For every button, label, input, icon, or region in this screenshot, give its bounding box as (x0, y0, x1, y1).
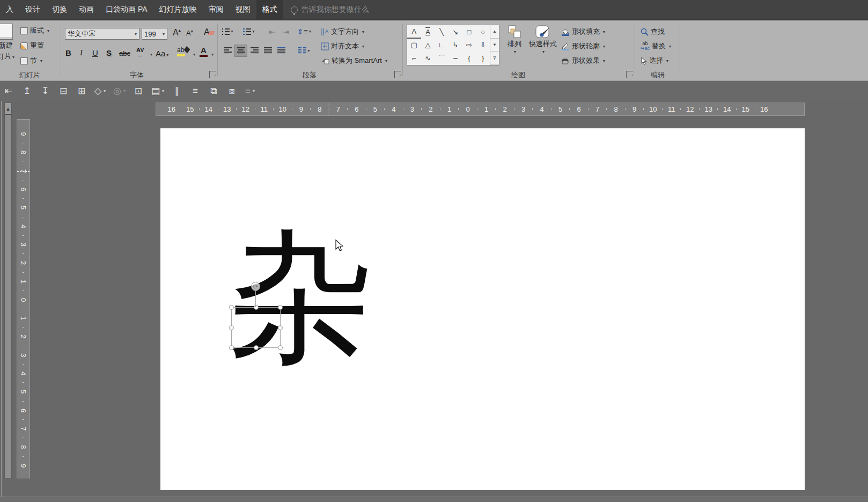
shape-combine-icon[interactable]: ◇▾ (94, 85, 106, 97)
align-text-button[interactable]: 对齐文本▾ (321, 41, 364, 51)
font-color-caret[interactable]: ▾ (211, 52, 214, 57)
wordart-character[interactable]: 杂 (225, 222, 375, 373)
shape-rectangle[interactable]: □ (462, 25, 476, 39)
insert-text-box-icon[interactable]: ▤▾ (151, 85, 164, 97)
tab-格式[interactable]: 格式 (256, 0, 283, 19)
character-spacing-caret[interactable]: ▾ (150, 52, 152, 57)
shape-right-arrow[interactable]: ⇨ (462, 39, 476, 52)
shape-text-box[interactable]: A (407, 25, 421, 39)
selection-handle-bottom-center[interactable] (254, 345, 259, 350)
more-commands-icon[interactable]: =▾ (245, 86, 255, 97)
replace-button[interactable]: ab↪ac替换▾ (641, 41, 671, 51)
selection-bounding-box[interactable] (231, 307, 281, 348)
shape-scribble[interactable]: ∿ (421, 52, 435, 65)
tab-动画[interactable]: 动画 (73, 0, 100, 19)
select-button[interactable]: 选择▾ (641, 56, 668, 66)
strikethrough-button[interactable]: abc (119, 49, 130, 57)
shape-arc[interactable]: ⌒ (435, 52, 448, 65)
align-center-button[interactable] (235, 45, 247, 56)
shape-elbow-arrow-connector[interactable]: ↳ (448, 39, 462, 52)
section-button[interactable]: 节▾ (20, 56, 42, 66)
underline-button[interactable]: U (92, 48, 98, 57)
quick-styles-button[interactable]: 快速样式▾ (527, 25, 559, 54)
rotate-handle-icon[interactable]: ⟳ (251, 282, 260, 291)
decrease-indent-button[interactable]: ⇤ (266, 26, 278, 37)
bullets-button[interactable]: ▾ (222, 26, 233, 37)
tab-幻灯片放映[interactable]: 幻灯片放映 (153, 0, 203, 19)
tell-me-search[interactable]: 告诉我你想要做什么 (291, 0, 369, 19)
shape-down-arrow[interactable]: ⇩ (476, 39, 490, 52)
change-case-button[interactable]: Aa▾ (156, 49, 168, 58)
shape-curve[interactable]: ∼ (448, 52, 462, 65)
horizontal-scrollbar[interactable] (0, 497, 868, 502)
selection-handle-bottom-right[interactable] (278, 345, 283, 350)
shape-scroll-down[interactable]: ▼ (490, 39, 499, 52)
scroll-up-icon[interactable]: ▲ (5, 103, 11, 115)
send-backward-icon[interactable]: ⧈ (226, 86, 237, 97)
justify-button[interactable] (262, 45, 274, 56)
tab-入[interactable]: 入 (0, 0, 19, 19)
selection-handle-middle-right[interactable] (278, 325, 283, 330)
bring-forward-icon[interactable]: ⧉ (208, 86, 219, 97)
new-slide-button[interactable]: 新建 灯片▾ (0, 24, 18, 61)
drawing-dialog-launcher[interactable]: ⌟ (626, 71, 633, 78)
font-color-button[interactable]: A (200, 46, 208, 57)
clear-formatting-button[interactable]: A (204, 27, 214, 37)
selection-handle-top-left[interactable] (229, 305, 234, 310)
shape-right-brace[interactable]: } (476, 52, 490, 65)
line-spacing-button[interactable]: ⇕≡▾ (296, 26, 312, 37)
highlight-caret[interactable]: ▾ (193, 52, 195, 57)
merge-shapes-icon[interactable]: ◎▾ (113, 85, 126, 97)
font-name-combo[interactable]: 华文中宋▾ (65, 28, 139, 40)
align-objects-top-icon[interactable]: ↥ (21, 85, 32, 97)
increase-font-size-button[interactable]: A▴ (173, 28, 181, 38)
shape-effects-button[interactable]: 形状效果▾ (561, 56, 605, 66)
selection-handle-bottom-left[interactable] (229, 345, 234, 350)
columns-button[interactable]: ▾ (296, 45, 312, 56)
layout-button[interactable]: 版式▾ (20, 26, 49, 35)
text-shadow-button[interactable]: S (106, 48, 112, 57)
center-vertically-icon[interactable]: ⊟ (58, 85, 69, 97)
shape-gallery-more[interactable]: ⊽ (490, 52, 499, 65)
find-button[interactable]: 查找 (641, 27, 665, 37)
shape-oval[interactable]: ○ (476, 25, 490, 39)
shape-left-brace[interactable]: { (462, 52, 476, 65)
shape-elbow-connector[interactable]: ∟ (435, 39, 448, 52)
align-objects-bottom-icon[interactable]: ↧ (40, 85, 50, 97)
horizontal-ruler[interactable]: 1615141312111098765432101234567891011121… (156, 103, 805, 116)
shape-line-arrow[interactable]: ↘ (448, 25, 462, 39)
decrease-font-size-button[interactable]: A▾ (186, 29, 193, 37)
selection-handle-top-center[interactable] (254, 305, 259, 310)
shape-vertical-text-box[interactable]: A (421, 25, 435, 39)
convert-to-smartart-button[interactable]: 转换为 SmartArt▾ (321, 56, 387, 66)
tab-审阅[interactable]: 审阅 (203, 0, 230, 19)
arrange-button[interactable]: 排列▾ (503, 25, 526, 54)
center-horizontally-icon[interactable]: ⊞ (76, 85, 87, 97)
highlight-color-button[interactable]: ab (177, 46, 189, 56)
character-spacing-button[interactable]: AV↔ (136, 47, 144, 58)
increase-indent-button[interactable]: ⇥ (280, 26, 292, 37)
italic-button[interactable]: I (80, 48, 83, 57)
font-size-combo[interactable]: 199▾ (142, 28, 167, 40)
numbering-button[interactable]: ▾ (243, 26, 255, 37)
tab-设计[interactable]: 设计 (19, 0, 46, 19)
distribute-vertically-icon[interactable]: ≡ (190, 86, 201, 97)
selection-handle-middle-left[interactable] (229, 325, 234, 330)
shape-scroll-up[interactable]: ▲ (490, 25, 499, 39)
align-objects-left-icon[interactable]: ⇤ (3, 85, 14, 97)
vertical-ruler[interactable]: 9876543210123456789 (17, 119, 30, 478)
shape-outline-button[interactable]: 形状轮廓▾ (561, 41, 605, 51)
shape-fill-button[interactable]: 形状填充▾ (561, 27, 605, 37)
reset-button[interactable]: 重置 (20, 41, 44, 50)
slideshow-from-current-icon[interactable]: ⊡ (133, 85, 144, 97)
bold-button[interactable]: B (65, 48, 71, 57)
paragraph-dialog-launcher[interactable]: ⌟ (394, 71, 401, 78)
thumbnail-scrollbar[interactable]: ▲ (4, 103, 12, 478)
shape-rounded-rectangle[interactable]: ▢ (407, 39, 421, 52)
tab-视图[interactable]: 视图 (230, 0, 256, 19)
align-left-button[interactable] (222, 45, 233, 56)
text-direction-button[interactable]: A文字方向▾ (321, 27, 364, 37)
shape-triangle[interactable]: △ (421, 39, 435, 52)
slide[interactable]: 杂 ⟳ (160, 128, 805, 490)
distribute-text-button[interactable] (275, 45, 287, 56)
